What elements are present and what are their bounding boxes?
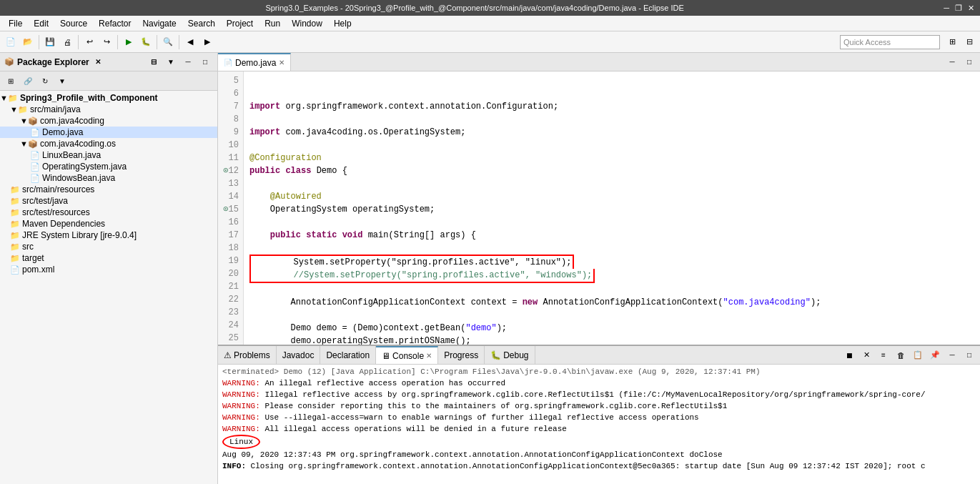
- console-line-6: Aug 09, 2020 12:37:43 PM org.springframe…: [222, 449, 976, 460]
- menu-help[interactable]: Help: [328, 17, 357, 30]
- tree-item-12[interactable]: 📁JRE System Library [jre-9.0.4]: [0, 229, 217, 241]
- pe-minimize-button[interactable]: ─: [180, 54, 196, 70]
- menu-project[interactable]: Project: [221, 17, 259, 30]
- line-num-9: 9: [222, 126, 239, 139]
- menu-search[interactable]: Search: [182, 17, 221, 30]
- tab-problems[interactable]: ⚠ Problems: [218, 346, 277, 364]
- editor-tab-controls: ─ □: [941, 53, 980, 71]
- debug-icon: 🐛: [490, 350, 501, 360]
- tree-item-11[interactable]: 📁Maven Dependencies: [0, 218, 217, 229]
- pe-sync-button[interactable]: ↻: [37, 73, 53, 89]
- console-stop-button[interactable]: ⏹: [841, 347, 857, 363]
- tb-save-button[interactable]: 💾: [42, 34, 58, 50]
- tb-search-button[interactable]: 🔍: [160, 34, 176, 50]
- main-layout: 📦 Package Explorer ✕ ⊟ ▼ ─ □ ⊞ 🔗 ↻ ▼ ▼📁S…: [0, 53, 980, 484]
- tab-progress[interactable]: Progress: [438, 346, 485, 364]
- tree-item-1[interactable]: ▼📁src/main/java: [0, 104, 217, 115]
- tb-open-button[interactable]: 📂: [20, 34, 36, 50]
- console-remove-button[interactable]: ✕: [858, 347, 874, 363]
- minimize-editor-button[interactable]: ─: [944, 54, 960, 70]
- console-clear-button[interactable]: 🗑: [893, 347, 909, 363]
- tb-forward-button[interactable]: ▶: [199, 34, 215, 50]
- restore-button[interactable]: ❐: [955, 4, 962, 13]
- menu-window[interactable]: Window: [286, 17, 328, 30]
- tree-item-13[interactable]: 📁src: [0, 241, 217, 252]
- tree-item-0[interactable]: ▼📁Spring3_Profile_with_Component: [0, 92, 217, 104]
- code-content[interactable]: import org.springframework.context.annot…: [244, 71, 980, 345]
- tab-debug[interactable]: 🐛 Debug: [485, 346, 535, 364]
- pe-filter-button[interactable]: ▼: [54, 73, 70, 89]
- tab-javadoc[interactable]: Javadoc: [277, 346, 321, 364]
- line-num-8: 8: [222, 113, 239, 126]
- bottom-tabs: ⚠ Problems Javadoc Declaration 🖥 Console…: [218, 346, 980, 365]
- menu-run[interactable]: Run: [259, 17, 286, 30]
- tree-item-6[interactable]: 📄OperatingSystem.java: [0, 161, 217, 172]
- editor-tab-demo[interactable]: 📄 Demo.java ✕: [218, 53, 291, 71]
- maximize-editor-button[interactable]: □: [961, 54, 977, 70]
- tree-item-7[interactable]: 📄WindowsBean.java: [0, 172, 217, 184]
- tb-new-button[interactable]: 📄: [3, 34, 19, 50]
- tb-separator-2: [78, 35, 79, 49]
- console-menu-button[interactable]: ≡: [876, 347, 891, 363]
- pe-close-icon[interactable]: ✕: [95, 58, 101, 66]
- tree-item-10[interactable]: 📁src/test/resources: [0, 207, 217, 218]
- tab-close-icon[interactable]: ✕: [279, 59, 284, 66]
- bottom-panel: ⚠ Problems Javadoc Declaration 🖥 Console…: [218, 345, 980, 484]
- line-num-5: 5: [222, 74, 239, 87]
- menu-navigate[interactable]: Navigate: [137, 17, 182, 30]
- tree-item-15[interactable]: 📄pom.xml: [0, 264, 217, 275]
- tree-item-14[interactable]: 📁target: [0, 252, 217, 264]
- pe-collapse-button[interactable]: ⊟: [146, 54, 162, 70]
- tree-item-4[interactable]: ▼📦com.java4coding.os: [0, 138, 217, 149]
- pe-menu-button[interactable]: ▼: [163, 54, 179, 70]
- tb-view-button[interactable]: ⊟: [961, 34, 977, 50]
- console-maximize-button[interactable]: □: [961, 347, 977, 363]
- console-minimize-button[interactable]: ─: [944, 347, 960, 363]
- tree-item-9[interactable]: 📁src/test/java: [0, 195, 217, 207]
- tree-item-5[interactable]: 📄LinuxBean.java: [0, 149, 217, 161]
- tree-item-3[interactable]: 📄Demo.java: [0, 127, 217, 138]
- menu-edit[interactable]: Edit: [28, 17, 54, 30]
- menu-source[interactable]: Source: [54, 17, 93, 30]
- tb-print-button[interactable]: 🖨: [59, 34, 75, 50]
- menu-file[interactable]: File: [3, 17, 28, 30]
- title-bar: Spring3.0_Examples - 20Spring3_@Profile_…: [0, 0, 980, 16]
- tree-item-2[interactable]: ▼📦com.java4coding: [0, 115, 217, 127]
- tb-debug-button[interactable]: 🐛: [138, 34, 154, 50]
- toolbar: 📄 📂 💾 🖨 ↩ ↪ ▶ 🐛 🔍 ◀ ▶ Quick Access ⊞ ⊟: [0, 31, 980, 53]
- tab-declaration[interactable]: Declaration: [320, 346, 376, 364]
- close-button[interactable]: ✕: [968, 4, 974, 13]
- code-line-12: @Autowired: [249, 190, 974, 203]
- tb-undo-button[interactable]: ↩: [81, 34, 97, 50]
- code-editor[interactable]: 567891011⊙121314⊙15161718192021222324252…: [218, 71, 980, 345]
- tb-separator-5: [179, 35, 179, 49]
- pe-maximize-button[interactable]: □: [197, 54, 213, 70]
- code-line-19: [249, 283, 974, 296]
- line-num-14: 14: [222, 190, 239, 203]
- code-line-5: import org.springframework.context.annot…: [249, 100, 974, 113]
- code-line-17: System.setProperty("spring.profiles.acti…: [249, 255, 974, 269]
- editor-area: 📄 Demo.java ✕ ─ □ 567891011⊙121314⊙15161…: [218, 53, 980, 345]
- pe-header-buttons: ⊟ ▼ ─ □: [146, 54, 213, 70]
- javadoc-label: Javadoc: [282, 350, 315, 360]
- console-copy-button[interactable]: 📋: [910, 347, 926, 363]
- pe-link-editor-button[interactable]: 🔗: [20, 73, 36, 89]
- console-line-7: INFO: Closing org.springframework.contex…: [222, 460, 976, 472]
- menu-refactor[interactable]: Refactor: [93, 17, 137, 30]
- tree-item-8[interactable]: 📁src/main/resources: [0, 184, 217, 195]
- quick-access-input[interactable]: Quick Access: [840, 35, 940, 49]
- pe-collapse-all-button[interactable]: ⊞: [3, 73, 19, 89]
- tb-perspective-button[interactable]: ⊞: [944, 34, 960, 50]
- line-num-6: 6: [222, 87, 239, 100]
- tab-console[interactable]: 🖥 Console ✕: [376, 346, 438, 364]
- tb-run-button[interactable]: ▶: [121, 34, 137, 50]
- console-pin-button[interactable]: 📌: [927, 347, 943, 363]
- line-num-10: 10: [222, 139, 239, 152]
- problems-label: Problems: [234, 350, 270, 360]
- declaration-label: Declaration: [326, 350, 370, 360]
- tb-back-button[interactable]: ◀: [182, 34, 198, 50]
- minimize-button[interactable]: ─: [944, 4, 949, 13]
- tab-console-close-icon[interactable]: ✕: [426, 352, 432, 360]
- package-explorer-panel: 📦 Package Explorer ✕ ⊟ ▼ ─ □ ⊞ 🔗 ↻ ▼ ▼📁S…: [0, 53, 218, 484]
- tb-redo-button[interactable]: ↪: [99, 34, 114, 50]
